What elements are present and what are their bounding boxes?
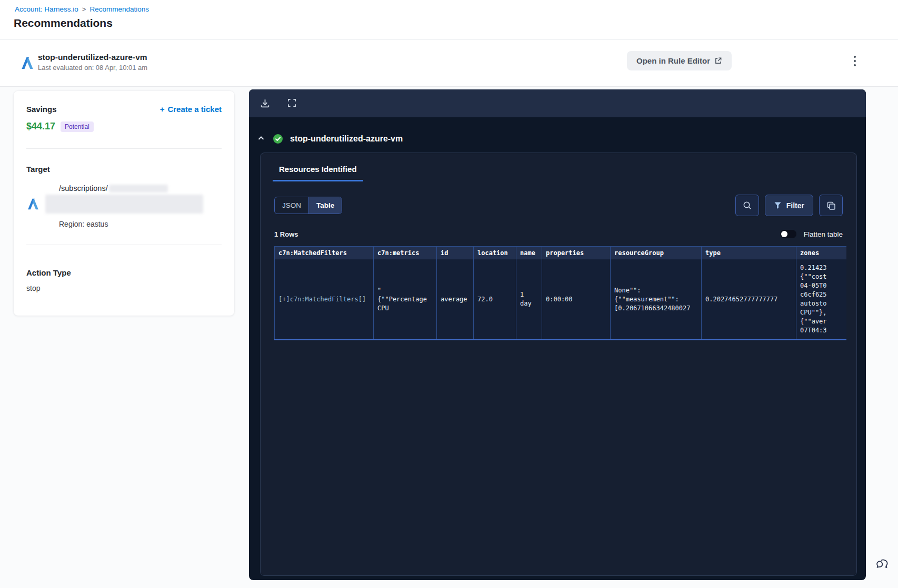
rows-count: 1 Rows bbox=[274, 230, 298, 238]
fullscreen-button[interactable] bbox=[286, 98, 297, 109]
create-ticket-label: Create a ticket bbox=[167, 105, 222, 114]
json-view-button[interactable]: JSON bbox=[275, 197, 309, 214]
search-button[interactable] bbox=[735, 195, 759, 216]
table-header-row: c7n:MatchedFilters c7n:metrics id locati… bbox=[275, 247, 847, 259]
column-header: zones bbox=[796, 247, 847, 259]
potential-badge: Potential bbox=[61, 121, 94, 132]
external-link-icon bbox=[714, 57, 722, 65]
recommendation-details-card: Savings + Create a ticket $44.17 Potenti… bbox=[14, 91, 234, 316]
resources-container: Resources Identified JSON Table Filter bbox=[260, 153, 857, 576]
recommendation-title: stop-underutilized-azure-vm bbox=[38, 53, 147, 62]
more-menu-button[interactable] bbox=[847, 52, 862, 70]
breadcrumb: Account: Harness.io>Recommendations bbox=[15, 5, 149, 13]
filter-label: Filter bbox=[786, 201, 804, 210]
action-type-label: Action Type bbox=[26, 268, 222, 277]
savings-label: Savings bbox=[26, 105, 57, 114]
open-rule-editor-label: Open in Rule Editor bbox=[636, 56, 710, 65]
column-header: name bbox=[516, 247, 542, 259]
card-divider bbox=[26, 245, 222, 245]
success-check-icon bbox=[273, 134, 283, 144]
cell-resource-group: None"": {""measurement"": [0.20671066342… bbox=[611, 259, 702, 340]
filter-icon bbox=[774, 201, 782, 209]
breadcrumb-separator: > bbox=[82, 5, 86, 13]
copy-icon bbox=[826, 200, 836, 211]
last-evaluated-text: Last evaluated on: 08 Apr, 10:01 am bbox=[38, 64, 147, 72]
column-header: location bbox=[474, 247, 516, 259]
evaluation-results-panel: stop-underutilized-azure-vm Resources Id… bbox=[249, 89, 866, 580]
table-view-button[interactable]: Table bbox=[309, 197, 342, 214]
action-type-value: stop bbox=[26, 284, 222, 292]
resources-table-wrapper: c7n:MatchedFilters c7n:metrics id locati… bbox=[274, 246, 846, 340]
cell-location: 72.0 bbox=[474, 259, 516, 340]
column-header: c7n:metrics bbox=[374, 247, 437, 259]
flatten-table-label: Flatten table bbox=[804, 230, 843, 238]
create-ticket-button[interactable]: + Create a ticket bbox=[160, 105, 222, 114]
redacted-text-block bbox=[45, 195, 203, 214]
column-header: type bbox=[702, 247, 796, 259]
support-chat-button[interactable] bbox=[874, 555, 892, 573]
cell-name: 1 day bbox=[516, 259, 542, 340]
panel-rule-title: stop-underutilized-azure-vm bbox=[290, 134, 403, 144]
column-header: c7n:MatchedFilters bbox=[275, 247, 374, 259]
column-header: id bbox=[437, 247, 474, 259]
resources-table: c7n:MatchedFilters c7n:metrics id locati… bbox=[274, 246, 846, 340]
cell-zones: 0.21423 {""cost 04-05T0 c6cf625 autosto … bbox=[796, 259, 847, 340]
plus-icon: + bbox=[160, 105, 165, 114]
filter-button[interactable]: Filter bbox=[765, 195, 813, 216]
column-header: resourceGroup bbox=[611, 247, 702, 259]
page-title: Recommendations bbox=[14, 17, 113, 29]
cell-id: average bbox=[437, 259, 474, 340]
flatten-table-toggle[interactable] bbox=[780, 230, 796, 238]
card-divider bbox=[26, 148, 222, 149]
column-header: properties bbox=[542, 247, 611, 259]
breadcrumb-account-link[interactable]: Account: Harness.io bbox=[15, 5, 78, 13]
azure-icon bbox=[26, 197, 40, 211]
redacted-text-bar bbox=[109, 185, 168, 192]
recommendation-header: stop-underutilized-azure-vm Last evaluat… bbox=[0, 40, 898, 87]
target-path: /subscriptions/ bbox=[59, 184, 108, 192]
download-button[interactable] bbox=[259, 98, 271, 109]
cell-properties: 0:00:00 bbox=[542, 259, 611, 340]
chat-bubbles-icon bbox=[874, 555, 891, 572]
view-mode-toggle: JSON Table bbox=[274, 197, 342, 214]
top-bar: Account: Harness.io>Recommendations Reco… bbox=[0, 0, 898, 39]
cell-type: 0.20274652777777777 bbox=[702, 259, 796, 340]
savings-amount: $44.17 bbox=[26, 121, 55, 132]
cell-matched-filters: [+]c7n:MatchedFilters[] bbox=[275, 259, 374, 340]
tab-resources-identified[interactable]: Resources Identified bbox=[273, 165, 363, 181]
collapse-chevron-button[interactable] bbox=[256, 134, 266, 144]
breadcrumb-recommendations-link[interactable]: Recommendations bbox=[89, 5, 149, 13]
open-rule-editor-button[interactable]: Open in Rule Editor bbox=[627, 51, 732, 70]
target-label: Target bbox=[26, 165, 222, 174]
panel-toolbar bbox=[249, 89, 866, 117]
copy-button[interactable] bbox=[819, 195, 843, 216]
azure-icon bbox=[20, 56, 35, 70]
table-row: [+]c7n:MatchedFilters[] " {""Percentage … bbox=[275, 259, 847, 340]
cell-metrics: " {""Percentage CPU bbox=[374, 259, 437, 340]
matched-filters-expand-link[interactable]: [+]c7n:MatchedFilters[] bbox=[278, 296, 366, 303]
search-icon bbox=[742, 200, 752, 210]
region-text: Region: eastus bbox=[59, 220, 222, 228]
